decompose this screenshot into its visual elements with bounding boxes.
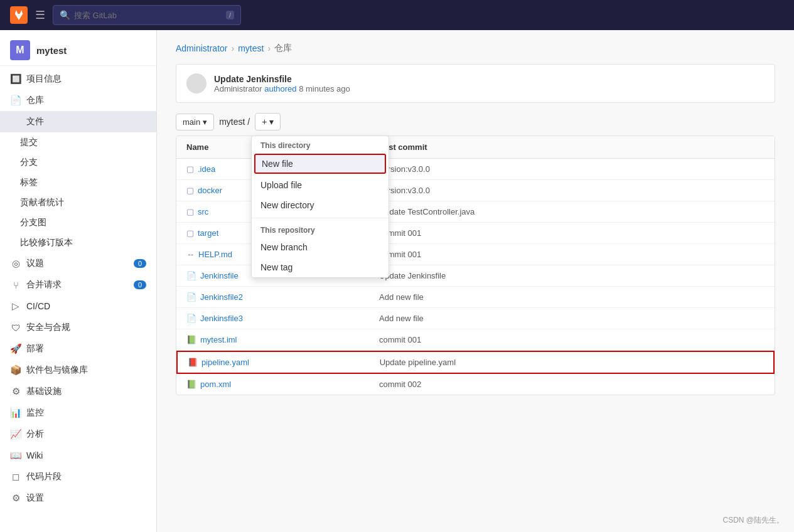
file-name[interactable]: 📄 Jenkinsfile3	[186, 314, 379, 323]
col-commit: Last commit	[379, 142, 572, 152]
avatar: M	[10, 40, 30, 60]
sidebar-item-packages[interactable]: 📦 软件包与镜像库	[0, 359, 156, 381]
file-name[interactable]: 📄 Jenkinsfile2	[186, 292, 379, 302]
commit-title: Update Jenkinsfile	[214, 74, 350, 84]
sidebar-item-snippets[interactable]: ◻ 代码片段	[0, 466, 156, 487]
sidebar: M mytest 🔲 项目信息 📄 仓库 文件 提交 分支 标签 贡献者统计 分…	[0, 30, 157, 532]
file-label: Jenkinsfile3	[200, 314, 243, 323]
file-name[interactable]: 📗 mytest.iml	[186, 335, 379, 344]
hamburger-menu[interactable]: ☰	[35, 8, 45, 22]
sidebar-item-security[interactable]: 🛡 安全与合规	[0, 317, 156, 338]
commit-message: version:v3.0.0	[379, 186, 572, 195]
new-tag-item[interactable]: New tag	[252, 257, 389, 277]
add-file-button[interactable]: + ▾	[255, 113, 281, 130]
file-icon: 📕	[188, 358, 198, 367]
project-name: mytest	[36, 45, 67, 56]
plus-icon: +	[262, 117, 267, 127]
upload-file-item[interactable]: Upload file	[252, 175, 389, 195]
commit-message: Update TestController.java	[379, 207, 572, 216]
commit-info: Update Jenkinsfile Administrator authore…	[214, 74, 350, 93]
file-icon: 📄	[186, 314, 196, 323]
sidebar-item-analytics[interactable]: 📈 分析	[0, 423, 156, 445]
commits-label: 提交	[20, 137, 38, 147]
sidebar-item-deploy[interactable]: 🚀 部署	[0, 338, 156, 359]
branch-name: main	[183, 117, 200, 127]
file-label: mytest.iml	[200, 335, 237, 344]
commit-message: commit 001	[379, 228, 572, 238]
search-bar[interactable]: 🔍 /	[53, 5, 241, 25]
sidebar-item-infrastructure[interactable]: ⚙ 基础设施	[0, 381, 156, 402]
new-branch-item[interactable]: New branch	[252, 237, 389, 257]
new-directory-item[interactable]: New directory	[252, 195, 389, 215]
file-name[interactable]: 📕 pipeline.yaml	[188, 358, 380, 367]
folder-icon: ▢	[186, 164, 194, 174]
analytics-label: 分析	[26, 428, 44, 440]
settings-label: 设置	[26, 492, 44, 504]
monitor-label: 监控	[26, 407, 44, 418]
commit-authored-link[interactable]: authored	[264, 84, 299, 93]
table-row: 📕 pipeline.yaml Update pipeline.yaml	[176, 351, 775, 374]
sidebar-item-monitor[interactable]: 📊 监控	[0, 402, 156, 423]
table-row: 📄 Jenkinsfile2 Add new file	[176, 287, 775, 308]
commit-author: Administrator	[214, 84, 262, 93]
file-label: Jenkinsfile2	[200, 292, 243, 302]
commit-time: 8 minutes ago	[299, 84, 350, 93]
sidebar-item-contributors[interactable]: 贡献者统计	[0, 193, 156, 213]
footer-text: CSDN @陆先生。	[722, 515, 784, 526]
infra-icon: ⚙	[10, 386, 21, 397]
search-input[interactable]	[74, 11, 222, 20]
commit-message: commit 001	[379, 250, 572, 259]
breadcrumb-current: 仓库	[274, 43, 292, 54]
branches-label: 分支	[20, 157, 38, 167]
new-file-item[interactable]: New file	[254, 154, 386, 174]
sidebar-item-graph[interactable]: 分支图	[0, 213, 156, 233]
dropdown-divider	[252, 218, 389, 218]
sidebar-item-settings[interactable]: ⚙ 设置	[0, 487, 156, 509]
sidebar-item-files[interactable]: 文件	[0, 111, 156, 132]
sidebar-item-issues[interactable]: ◎ 议题 0	[0, 253, 156, 274]
commit-avatar	[186, 73, 207, 93]
sidebar-item-wiki[interactable]: 📖 Wiki	[0, 445, 156, 466]
folder-icon: ▢	[186, 207, 194, 216]
breadcrumb-project[interactable]: mytest	[238, 43, 264, 53]
deploy-icon: 🚀	[10, 343, 21, 354]
table-row: 📗 mytest.iml commit 001	[176, 329, 775, 351]
file-label: pipeline.yaml	[201, 358, 249, 367]
top-navigation: ☰ 🔍 /	[0, 0, 794, 30]
table-row: 📗 pom.xml commit 002	[176, 374, 775, 395]
sidebar-item-project-info[interactable]: 🔲 项目信息	[0, 68, 156, 90]
sidebar-label: 文件	[26, 116, 44, 127]
file-label: HELP.md	[198, 250, 232, 259]
branch-selector[interactable]: main ▾	[176, 114, 214, 130]
cicd-label: CI/CD	[26, 301, 50, 311]
repo-path: mytest /	[219, 117, 250, 127]
commit-meta: Administrator authored 8 minutes ago	[214, 84, 350, 93]
sidebar-item-merge-requests[interactable]: ⑂ 合并请求 0	[0, 274, 156, 295]
snippets-label: 代码片段	[26, 471, 62, 482]
breadcrumb-admin[interactable]: Administrator	[176, 43, 227, 53]
sidebar-item-repository[interactable]: 📄 仓库	[0, 90, 156, 111]
sidebar-item-branches[interactable]: 分支	[0, 152, 156, 173]
file-name[interactable]: 📗 pom.xml	[186, 380, 379, 389]
file-label: src	[198, 207, 208, 216]
chevron-down-icon: ▾	[203, 117, 207, 127]
gitlab-logo	[10, 6, 28, 24]
sidebar-item-compare[interactable]: 比较修订版本	[0, 233, 156, 253]
infra-label: 基础设施	[26, 386, 62, 397]
add-dropdown-menu: This directory New file Upload file New …	[251, 136, 389, 278]
main-content: Administrator › mytest › 仓库 Update Jenki…	[157, 30, 794, 532]
compare-label: 比较修订版本	[20, 237, 73, 247]
commit-banner: Update Jenkinsfile Administrator authore…	[176, 64, 775, 103]
monitor-icon: 📊	[10, 407, 21, 418]
file-icon: 📄	[186, 271, 196, 280]
snippets-icon: ◻	[10, 471, 21, 482]
file-icon: 📗	[186, 335, 196, 344]
commit-message: Update Jenkinsfile	[379, 271, 572, 280]
sidebar-item-cicd[interactable]: ▷ CI/CD	[0, 295, 156, 317]
branch-bar: main ▾ mytest / + ▾ This directory New f…	[176, 113, 775, 130]
search-shortcut: /	[226, 11, 234, 19]
deploy-label: 部署	[26, 343, 44, 354]
sidebar-item-tags[interactable]: 标签	[0, 173, 156, 193]
sidebar-item-commits[interactable]: 提交	[0, 132, 156, 152]
merge-label: 合并请求	[26, 279, 62, 290]
